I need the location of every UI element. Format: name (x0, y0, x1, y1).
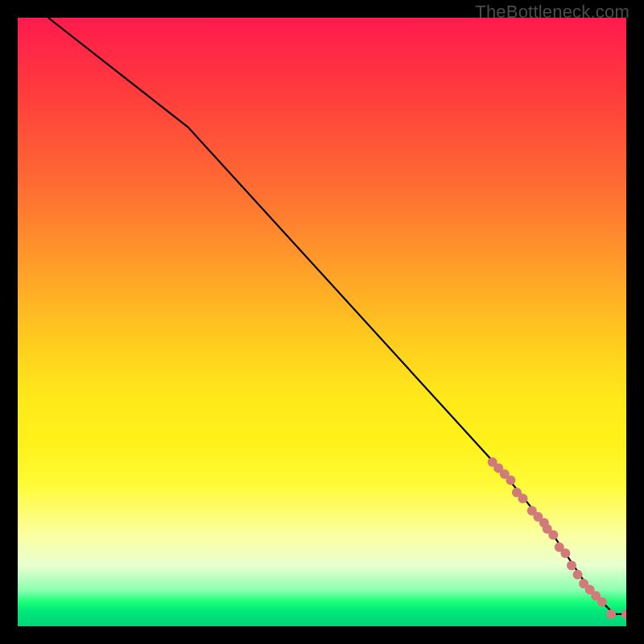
chart-frame: TheBottleneck.com (0, 0, 644, 644)
chart-plot-area (18, 18, 626, 626)
watermark-text: TheBottleneck.com (475, 2, 630, 23)
